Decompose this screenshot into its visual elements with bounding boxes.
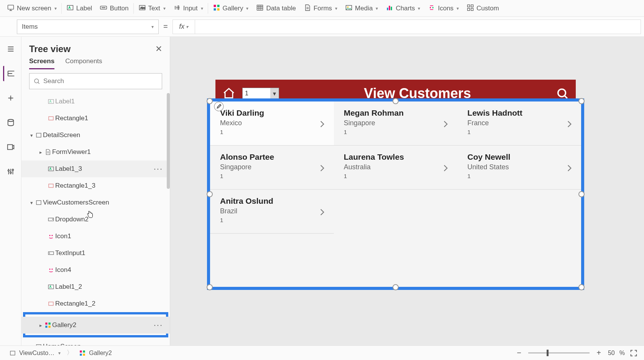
insert-label-button[interactable]: Label xyxy=(62,0,96,16)
tree-node-gallery2[interactable]: ▸ Gallery2 ··· xyxy=(21,317,170,334)
close-pane-button[interactable]: ✕ xyxy=(155,44,162,54)
caret-right-icon[interactable]: ▸ xyxy=(38,322,44,328)
svg-point-30 xyxy=(12,169,13,171)
customer-id: 1 xyxy=(220,129,264,135)
node-label: Label1_3 xyxy=(55,165,82,173)
design-canvas[interactable]: 1 ▾ View Customers Viki DarlingMexico1Me… xyxy=(170,37,644,345)
insert-custom-menu[interactable]: Custom xyxy=(463,0,503,16)
data-tab[interactable] xyxy=(3,115,18,130)
media-tab[interactable] xyxy=(3,139,18,155)
svg-point-8 xyxy=(177,6,179,7)
tree-node-textinput1[interactable]: TextInput1 xyxy=(21,245,170,262)
tree-node-rectangle1[interactable]: Rectangle1 xyxy=(21,110,170,127)
gallery-item[interactable]: Lewis HadnottFrance1 xyxy=(457,101,581,146)
caret-down-icon[interactable]: ▾ xyxy=(28,200,34,206)
advanced-tools-tab[interactable] xyxy=(3,164,18,179)
svg-rect-58 xyxy=(83,353,85,355)
node-label: FormViewer1 xyxy=(52,148,91,156)
screens-tab[interactable]: Screens xyxy=(29,57,54,69)
chevron-down-icon: ▾ xyxy=(418,6,420,11)
insert-gallery-menu[interactable]: Gallery ▾ xyxy=(209,0,253,16)
formula-input[interactable] xyxy=(195,20,641,34)
breadcrumb-control[interactable]: Gallery2 xyxy=(76,348,115,358)
svg-rect-41 xyxy=(48,252,54,255)
caret-down-icon[interactable]: ▾ xyxy=(28,133,34,138)
customer-id: 1 xyxy=(467,129,522,135)
chevron-right-icon[interactable] xyxy=(564,119,574,131)
chevron-right-icon[interactable] xyxy=(317,163,327,175)
insert-icons-menu[interactable]: Icons ▾ xyxy=(424,0,463,16)
fit-to-window-button[interactable] xyxy=(629,349,638,357)
more-options-button[interactable]: ··· xyxy=(154,164,163,174)
caret-right-icon[interactable]: ▸ xyxy=(38,149,44,155)
components-tab[interactable]: Components xyxy=(65,57,102,69)
gallery-item[interactable]: Coy NewellUnited States1 xyxy=(457,146,581,190)
property-selector[interactable]: Items ▾ xyxy=(17,20,159,34)
insert-button-button[interactable]: Button xyxy=(96,0,132,16)
node-label: HomeScreen xyxy=(43,343,81,345)
zoom-slider[interactable] xyxy=(528,352,590,353)
more-options-button[interactable]: ··· xyxy=(154,320,163,330)
screen-icon xyxy=(7,4,15,13)
new-screen-label: New screen xyxy=(17,5,51,12)
gallery-item[interactable]: Viki DarlingMexico1 xyxy=(210,101,334,146)
customer-country: Australia xyxy=(344,163,404,171)
hamburger-button[interactable] xyxy=(3,41,18,57)
tree-node-icon4[interactable]: Icon4 xyxy=(21,262,170,278)
tree-node-detailscreen[interactable]: ▾ DetailScreen xyxy=(21,127,170,144)
zoom-in-button[interactable]: + xyxy=(594,349,603,358)
gallery-item[interactable]: Megan RohmanSingapore1 xyxy=(334,101,458,146)
tree-node-label1-2[interactable]: Label1_2 xyxy=(21,278,170,295)
zoom-controls: − + 50 % xyxy=(514,349,638,358)
svg-point-31 xyxy=(34,79,39,83)
chevron-right-icon[interactable] xyxy=(317,207,327,219)
chevron-right-icon[interactable] xyxy=(440,163,450,175)
chevron-right-icon[interactable] xyxy=(440,119,450,131)
tree-node-homescreen[interactable]: ▸ HomeScreen xyxy=(21,338,170,345)
insert-input-menu[interactable]: Input ▾ xyxy=(169,0,207,16)
gallery-item[interactable]: Laurena TowlesAustralia1 xyxy=(334,146,458,190)
tree-node-rectangle1-2[interactable]: Rectangle1_2 xyxy=(21,295,170,312)
svg-rect-46 xyxy=(45,322,47,324)
customer-country: Singapore xyxy=(344,119,404,127)
node-label: Rectangle1_3 xyxy=(55,182,95,190)
divider xyxy=(61,3,62,14)
chevron-right-icon[interactable] xyxy=(317,119,327,131)
button-icon xyxy=(100,4,107,13)
insert-datatable-button[interactable]: Data table xyxy=(252,0,300,16)
svg-point-43 xyxy=(52,268,53,270)
insert-media-menu[interactable]: Media ▾ xyxy=(341,0,382,16)
tree-search-input[interactable] xyxy=(43,77,158,85)
tree-search-box[interactable] xyxy=(29,73,162,89)
zoom-out-button[interactable]: − xyxy=(514,349,524,358)
chevron-down-icon: ▾ xyxy=(270,88,279,99)
fx-button[interactable]: fx ▾ xyxy=(172,20,195,34)
insert-input-label: Input xyxy=(183,5,198,12)
gallery-item[interactable]: Anitra OslundBrazil1 xyxy=(210,190,334,234)
tree-node-rectangle1-3[interactable]: Rectangle1_3 xyxy=(21,177,170,194)
gallery-icon xyxy=(79,350,86,357)
gallery2-control[interactable]: Viki DarlingMexico1Megan RohmanSingapore… xyxy=(207,98,584,290)
search-icon[interactable] xyxy=(556,87,569,100)
chevron-down-icon: ▾ xyxy=(201,6,203,11)
tree-view-tab[interactable] xyxy=(3,66,18,81)
breadcrumb-screen[interactable]: ViewCusto… ▾ xyxy=(6,348,64,358)
home-icon[interactable] xyxy=(222,87,235,100)
chevron-right-icon[interactable] xyxy=(564,163,574,175)
edit-template-icon[interactable] xyxy=(214,101,224,111)
tree-node-icon1[interactable]: Icon1 xyxy=(21,228,170,245)
insert-forms-menu[interactable]: Forms ▾ xyxy=(300,0,341,16)
svg-point-3 xyxy=(102,7,103,8)
insert-charts-menu[interactable]: Charts ▾ xyxy=(382,0,424,16)
tree-node-label1-3[interactable]: Label1_3 ··· xyxy=(21,160,170,177)
new-screen-menu[interactable]: New screen ▾ xyxy=(3,0,61,16)
tree-node-label1[interactable]: Label1 xyxy=(21,93,170,110)
gallery-item[interactable]: Alonso ParteeSingapore1 xyxy=(210,146,334,190)
region-dropdown[interactable]: 1 ▾ xyxy=(242,88,279,99)
tree-node-formviewer1[interactable]: ▸ FormViewer1 xyxy=(21,144,170,160)
node-label: DetailScreen xyxy=(43,131,80,139)
insert-text-menu[interactable]: Abc Text ▾ xyxy=(135,0,169,16)
tree-node-viewcustomersscreen[interactable]: ▾ ViewCustomersScreen xyxy=(21,194,170,211)
tree-node-dropdown2[interactable]: Dropdown2 xyxy=(21,211,170,228)
insert-tab[interactable] xyxy=(3,90,18,106)
